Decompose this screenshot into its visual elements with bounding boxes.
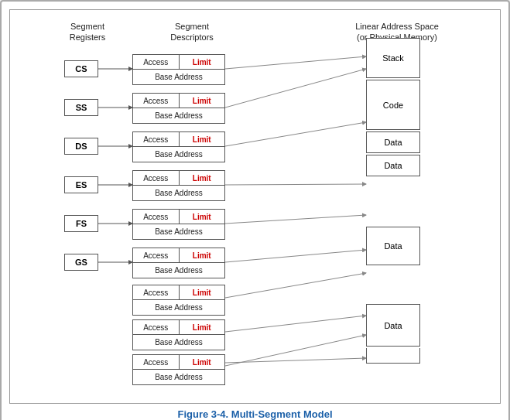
descriptor-es: Access Limit Base Address: [132, 170, 225, 201]
desc-base-gs: Base Address: [132, 263, 225, 278]
outer-frame: SegmentRegisters SegmentDescriptors Line…: [0, 0, 510, 420]
desc-limit-ss: Limit: [180, 94, 225, 108]
seg-reg-gs: GS: [64, 254, 98, 271]
svg-line-12: [225, 273, 366, 298]
desc-limit-gs: Limit: [180, 248, 225, 262]
linear-box-data3: Data: [366, 227, 420, 265]
desc-limit-ds: Limit: [180, 132, 225, 146]
desc-base-es: Base Address: [132, 186, 225, 201]
linear-box-code: Code: [366, 80, 420, 130]
desc-access-extra-2: Access: [133, 320, 180, 334]
desc-limit-extra-1: Limit: [180, 285, 225, 299]
col-header-seg-desc: SegmentDescriptors: [145, 21, 238, 43]
desc-base-cs: Base Address: [132, 70, 225, 85]
desc-access-gs: Access: [133, 248, 180, 262]
col-header-seg-reg: SegmentRegisters: [56, 21, 118, 43]
svg-line-9: [225, 184, 366, 185]
linear-box-data1: Data: [366, 131, 420, 153]
desc-access-es: Access: [133, 171, 180, 185]
desc-base-ss: Base Address: [132, 108, 225, 124]
desc-base-fs: Base Address: [132, 224, 225, 240]
svg-line-13: [225, 316, 366, 332]
desc-limit-es: Limit: [180, 171, 225, 185]
descriptor-extra-1: Access Limit Base Address: [132, 285, 225, 316]
desc-access-extra-1: Access: [133, 285, 180, 299]
desc-access-extra-3: Access: [133, 355, 180, 369]
desc-limit-extra-3: Limit: [180, 355, 225, 369]
svg-line-15: [225, 358, 366, 363]
descriptor-fs: Access Limit Base Address: [132, 209, 225, 240]
descriptor-extra-3: Access Limit Base Address: [132, 354, 225, 385]
desc-base-extra-2: Base Address: [132, 335, 225, 350]
svg-line-11: [225, 250, 366, 262]
linear-box-stack: Stack: [366, 38, 420, 78]
descriptor-gs: Access Limit Base Address: [132, 248, 225, 278]
desc-access-cs: Access: [133, 55, 180, 69]
diagram-area: SegmentRegisters SegmentDescriptors Line…: [9, 9, 501, 404]
svg-line-8: [225, 122, 366, 146]
desc-limit-extra-2: Limit: [180, 320, 225, 334]
seg-reg-fs: FS: [64, 215, 98, 232]
svg-line-6: [225, 56, 366, 69]
svg-line-14: [225, 335, 366, 366]
desc-limit-cs: Limit: [180, 55, 225, 69]
svg-line-7: [225, 69, 366, 108]
descriptor-cs: Access Limit Base Address: [132, 54, 225, 85]
desc-access-ss: Access: [133, 94, 180, 108]
linear-box-data4: Data: [366, 304, 420, 347]
seg-reg-es: ES: [64, 176, 98, 193]
seg-reg-ds: DS: [64, 138, 98, 155]
descriptor-ds: Access Limit Base Address: [132, 131, 225, 162]
desc-base-extra-1: Base Address: [132, 300, 225, 316]
desc-access-ds: Access: [133, 132, 180, 146]
linear-box-bottom: [366, 348, 420, 364]
linear-box-data2: Data: [366, 155, 420, 176]
seg-reg-ss: SS: [64, 99, 98, 116]
desc-base-ds: Base Address: [132, 147, 225, 162]
seg-reg-cs: CS: [64, 60, 98, 77]
desc-limit-fs: Limit: [180, 210, 225, 224]
descriptor-ss: Access Limit Base Address: [132, 93, 225, 124]
desc-base-extra-3: Base Address: [132, 370, 225, 385]
svg-line-10: [225, 215, 366, 224]
desc-access-fs: Access: [133, 210, 180, 224]
descriptor-extra-2: Access Limit Base Address: [132, 319, 225, 350]
diagram-caption: Figure 3-4. Multi-Segment Model: [9, 408, 501, 420]
